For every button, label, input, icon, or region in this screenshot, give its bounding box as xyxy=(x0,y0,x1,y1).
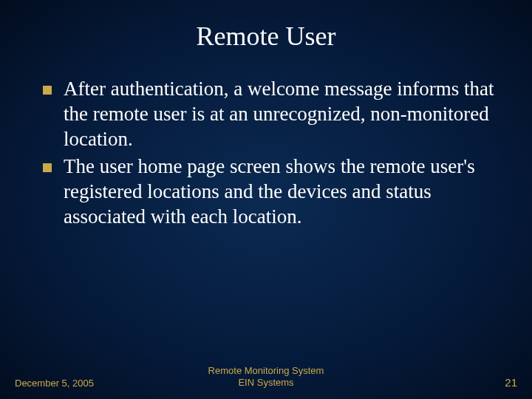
bullet-text: After authentication, a welcome message … xyxy=(64,77,497,151)
slide-title: Remote User xyxy=(35,21,497,52)
footer-date: December 5, 2005 xyxy=(15,378,94,389)
square-bullet-icon xyxy=(43,86,52,95)
footer-center-line2: EIN Systems xyxy=(208,377,324,389)
footer-center-line1: Remote Monitoring System xyxy=(208,365,324,377)
bullet-item: After authentication, a welcome message … xyxy=(43,77,497,151)
bullet-text: The user home page screen shows the remo… xyxy=(64,154,497,229)
footer-page-number: 21 xyxy=(505,376,517,389)
square-bullet-icon xyxy=(43,163,52,172)
bullet-item: The user home page screen shows the remo… xyxy=(43,154,497,229)
slide: Remote User After authentication, a welc… xyxy=(0,0,532,399)
slide-footer: December 5, 2005 Remote Monitoring Syste… xyxy=(0,376,532,389)
slide-body: After authentication, a welcome message … xyxy=(35,77,497,230)
footer-center: Remote Monitoring System EIN Systems xyxy=(208,365,324,389)
